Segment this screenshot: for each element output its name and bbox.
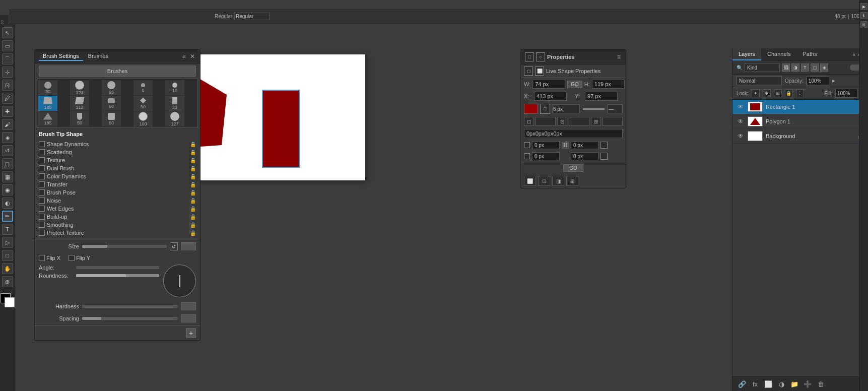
layers-collapse-btn[interactable]: «: [853, 52, 856, 57]
angle-track[interactable]: [76, 266, 159, 269]
eyedropper-tool[interactable]: 🖊: [2, 93, 13, 104]
brush-tip-item[interactable]: 127: [165, 111, 184, 126]
brush-settings-titlebar[interactable]: Brush Settings Brushes « ✕: [35, 50, 200, 63]
align-v-select[interactable]: [569, 117, 589, 126]
blend-mode-select[interactable]: Normal: [737, 76, 782, 85]
corner-check-1[interactable]: [524, 142, 530, 148]
brush-tip-item[interactable]: 30: [38, 80, 57, 95]
go-button-main[interactable]: GO: [563, 164, 583, 172]
layer-background[interactable]: 👁 Background 🔒: [732, 129, 868, 144]
crop-tool[interactable]: ⊡: [2, 80, 13, 91]
marquee-tool[interactable]: ▭: [2, 40, 13, 51]
roundness-track[interactable]: [76, 274, 159, 277]
brush-tip-item[interactable]: 10: [165, 80, 184, 95]
distribute-select[interactable]: [603, 117, 623, 126]
brush-tip-item[interactable]: 185: [38, 111, 57, 126]
clone-tool[interactable]: ◈: [2, 132, 13, 143]
right-icon-3[interactable]: ⊞: [860, 21, 867, 28]
tab-layers[interactable]: Layers: [732, 48, 761, 60]
align-left-btn[interactable]: ⊡: [524, 117, 534, 126]
height-input[interactable]: [592, 80, 625, 89]
corner-y-input[interactable]: [571, 141, 598, 149]
lsh-icon-1[interactable]: ⬜: [524, 176, 536, 186]
size-slider-track[interactable]: [82, 245, 167, 248]
move-tool[interactable]: ↖: [2, 27, 13, 38]
add-brush-btn[interactable]: +: [186, 328, 196, 338]
texture-checkbox[interactable]: [39, 157, 45, 163]
transfer-checkbox[interactable]: [39, 181, 45, 187]
pen-tool[interactable]: ✏: [2, 211, 13, 222]
rectangle-shape-selected[interactable]: [262, 90, 300, 168]
brush-tip-item[interactable]: 68: [102, 96, 121, 111]
lasso-tool[interactable]: ⌒: [2, 53, 13, 64]
layer-rectangle1[interactable]: 👁 Rectangle 1: [732, 100, 868, 114]
history-tool[interactable]: ↺: [2, 145, 13, 156]
new-layer-btn[interactable]: ➕: [802, 379, 813, 389]
fill-color-swatch[interactable]: [524, 104, 538, 114]
dodge-tool[interactable]: ◐: [2, 198, 13, 209]
stroke-type-select[interactable]: —: [608, 104, 623, 113]
shape-tool[interactable]: □: [2, 250, 13, 261]
eraser-tool[interactable]: ◻: [2, 158, 13, 169]
zoom-tool[interactable]: ⊕: [2, 276, 13, 287]
tab-brush-settings[interactable]: Brush Settings: [39, 52, 83, 61]
flip-x-checkbox[interactable]: [39, 255, 45, 261]
brush-pose-checkbox[interactable]: [39, 189, 45, 196]
filter-smart-icon[interactable]: ◈: [820, 63, 828, 72]
corner-x2-input[interactable]: [532, 152, 560, 160]
go-button-w[interactable]: GO: [567, 81, 582, 88]
brush-tool[interactable]: 🖌: [2, 119, 13, 130]
filter-pixel-icon[interactable]: 🖼: [782, 63, 790, 72]
filter-adj-icon[interactable]: ◑: [791, 63, 799, 72]
brush-tip-item[interactable]: 50: [70, 111, 89, 126]
blur-tool[interactable]: ◉: [2, 184, 13, 196]
fg-bg-colors[interactable]: [1, 293, 15, 307]
build-up-checkbox[interactable]: [39, 214, 45, 220]
corner-x-input[interactable]: [532, 141, 560, 149]
layers-kind-select[interactable]: Kind: [745, 63, 780, 72]
group-btn[interactable]: 📁: [789, 379, 800, 389]
tab-paths[interactable]: Paths: [797, 48, 823, 60]
fx-btn[interactable]: fx: [750, 379, 761, 389]
spacing-slider[interactable]: [82, 317, 178, 320]
align-distribute-btn[interactable]: ⊞: [591, 117, 601, 126]
gradient-tool[interactable]: ▦: [2, 171, 13, 182]
wet-edges-checkbox[interactable]: [39, 206, 45, 212]
right-icon-2[interactable]: ℹ: [860, 12, 867, 19]
link-layers-btn[interactable]: 🔗: [737, 379, 748, 389]
filter-type-icon[interactable]: T: [801, 63, 809, 72]
x-input[interactable]: [534, 92, 567, 101]
adjustment-btn[interactable]: ◑: [776, 379, 787, 389]
layer-eye-rectangle1[interactable]: 👁: [737, 103, 745, 111]
brush-tip-item[interactable]: 100: [133, 111, 153, 126]
align-select[interactable]: [536, 117, 556, 126]
layer-eye-polygon1[interactable]: 👁: [737, 117, 745, 125]
panel-collapse-btn[interactable]: «: [181, 53, 187, 60]
transform-select[interactable]: Regular: [234, 13, 270, 20]
quick-select-tool[interactable]: ⊹: [2, 67, 13, 78]
tab-channels[interactable]: Channels: [761, 48, 796, 60]
layer-polygon1[interactable]: 👁 Polygon 1: [732, 114, 868, 129]
lsh-icon-3[interactable]: ◨: [552, 176, 564, 186]
lock-all-btn[interactable]: 🔒: [785, 89, 793, 97]
add-mask-btn[interactable]: ⬜: [763, 379, 774, 389]
lsh-icon-4[interactable]: ⊞: [566, 176, 578, 186]
dual-brush-checkbox[interactable]: [39, 165, 45, 171]
protect-texture-checkbox[interactable]: [39, 230, 45, 236]
properties-menu-btn[interactable]: ≡: [616, 53, 622, 60]
lock-pixel-btn[interactable]: ✦: [752, 89, 760, 97]
corner-y2-input[interactable]: [571, 152, 598, 160]
lock-transparency-btn[interactable]: ⋮: [796, 89, 804, 97]
stroke-size-select[interactable]: 6 px: [552, 104, 580, 113]
size-cycle-btn[interactable]: ↺: [170, 242, 178, 250]
scattering-checkbox[interactable]: [39, 149, 45, 155]
delete-layer-btn[interactable]: 🗑: [815, 379, 826, 389]
panel-close-btn[interactable]: ✕: [189, 53, 196, 60]
layer-eye-background[interactable]: 👁: [737, 132, 745, 140]
shape-dynamics-checkbox[interactable]: [39, 141, 45, 147]
brush-tip-item[interactable]: 123: [70, 80, 89, 95]
opacity-input[interactable]: [807, 76, 829, 85]
path-select-tool[interactable]: ▷: [2, 237, 13, 248]
width-input[interactable]: [532, 80, 565, 89]
brush-tip-item[interactable]: 8: [133, 80, 153, 95]
